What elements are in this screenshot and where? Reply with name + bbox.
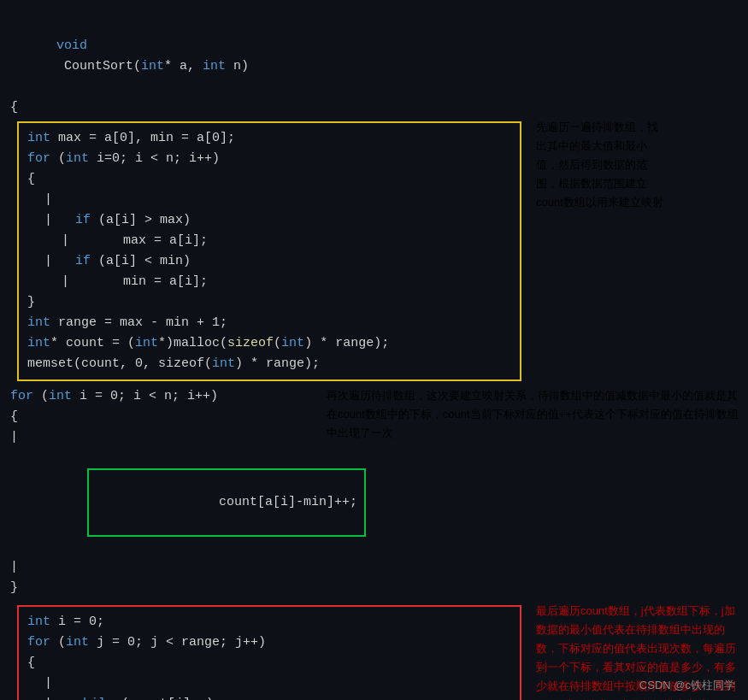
watermark: CSDN @c铁柱同学 xyxy=(639,678,735,693)
line-function-sig: void CountSort(int* a, int n) xyxy=(10,15,738,97)
yline-12: memset(count, 0, sizeof(int) * range); xyxy=(27,354,511,374)
line-for-close: } xyxy=(10,578,515,598)
yellow-section: int max = a[0], min = a[0]; for (int i=0… xyxy=(10,118,738,385)
rline-1: int i = 0; xyxy=(27,612,511,632)
kw-void: void xyxy=(56,38,87,53)
line-pipe2: | xyxy=(10,557,515,578)
yline-9: } xyxy=(27,292,511,313)
red-section: int i = 0; for (int j = 0; j < range; j+… xyxy=(10,602,738,700)
param-n: n) xyxy=(226,59,249,74)
yline-4: | xyxy=(27,190,511,210)
yline-2: for (int i=0; i < n; i++) xyxy=(27,149,511,169)
rline-3: { xyxy=(27,653,511,674)
rline-2: for (int j = 0; j < range; j++) xyxy=(27,632,511,653)
line-brace-open-main: { xyxy=(10,97,738,118)
for-section: for (int i = 0; i < n; i++) { | count[a[… xyxy=(10,386,738,598)
main-container: void CountSort(int* a, int n) { int max … xyxy=(0,0,748,700)
yline-1: int max = a[0], min = a[0]; xyxy=(27,128,511,149)
yline-6: | max = a[i]; xyxy=(27,231,511,251)
kw-int2: int xyxy=(203,59,226,74)
yellow-box: int max = a[0], min = a[0]; for (int i=0… xyxy=(17,121,521,381)
yline-11: int* count = (int*)malloc(sizeof(int) * … xyxy=(27,333,511,354)
yline-5: | if (a[i] > max) xyxy=(27,210,511,231)
red-box: int i = 0; for (int j = 0; j < range; j+… xyxy=(17,605,521,700)
yline-10: int range = max - min + 1; xyxy=(27,313,511,333)
ptr-a: * a, xyxy=(164,59,203,74)
count-stmt: count[a[i]-min]++; xyxy=(188,495,357,509)
yellow-annotation: 先遍历一遍待排数组，找出其中的最大值和最小值，然后得到数据的范围，根据数据范围建… xyxy=(536,118,741,212)
yline-7: | if (a[i] < min) xyxy=(27,251,511,272)
yline-8: | min = a[i]; xyxy=(27,272,511,292)
yline-3: { xyxy=(27,169,511,190)
green-box: count[a[i]-min]++; xyxy=(87,468,366,537)
rline-4: | xyxy=(27,674,511,694)
fn-name: CountSort( xyxy=(56,59,141,74)
kw-int1: int xyxy=(141,59,164,74)
green-box-line: count[a[i]-min]++; xyxy=(10,448,515,557)
code-area: void CountSort(int* a, int n) { int max … xyxy=(0,9,748,700)
middle-annotation: 再次遍历待排数组，这次要建立映射关系，待排数组中的值减数据中最小的值就是其在co… xyxy=(327,386,745,443)
rline-5: | while (count[j]--) xyxy=(27,694,511,700)
